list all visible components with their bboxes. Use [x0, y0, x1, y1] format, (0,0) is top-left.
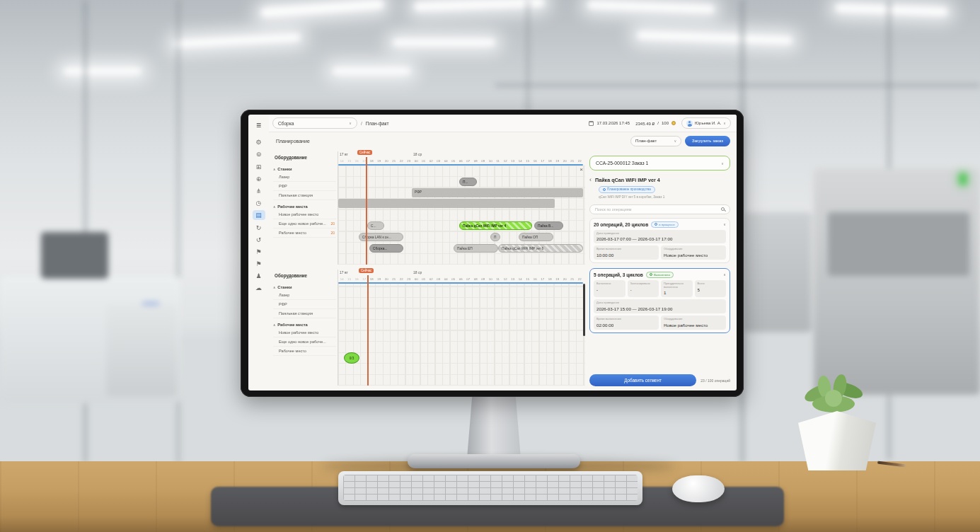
stat-field: Выполнено- [594, 280, 626, 297]
tree-item[interactable]: Паяльная станция [273, 191, 336, 200]
field-label: Время выполнения [596, 318, 656, 321]
day-label: 17 вт [340, 152, 348, 156]
vertical-scrollbar[interactable] [583, 284, 585, 336]
hierarchy-icon[interactable]: ⋔ [253, 186, 265, 196]
stat-field: Принудительно выполнено1 [661, 280, 693, 297]
gantt-bar[interactable]: РФР [412, 188, 583, 197]
operations-counter: 23 / 100 операций [701, 378, 730, 383]
gantt-bar[interactable]: Сборка... [369, 244, 403, 253]
avatar [686, 120, 693, 127]
hour-tick: 10 [487, 276, 495, 282]
cloud-icon[interactable]: ☁ [253, 283, 265, 293]
tree-item[interactable]: РФР [273, 300, 336, 309]
app-main: Сборка ∨ / План-факт 17.03.2026 17:45 23… [269, 115, 737, 391]
order-select-value: ССА-25-000012 Заказ 1 [596, 161, 648, 166]
segment-card[interactable]: 5 операций, 3 цикловВыполнено∧Выполнено-… [589, 268, 730, 333]
history-icon[interactable]: ↻ [253, 223, 265, 233]
tree-item[interactable]: Рабочее место20 [273, 229, 336, 238]
plan-document-icon[interactable]: ▤ [253, 210, 265, 220]
tree-item[interactable]: Новое рабочее место [273, 210, 336, 219]
chevron-up-icon[interactable]: ∧ [723, 272, 726, 277]
tree-group-machines[interactable]: ∧Станки [273, 285, 336, 289]
hour-tick: 17 [539, 158, 547, 164]
add-segment-button[interactable]: Добавить сегмент [589, 374, 696, 386]
tree-group-machines[interactable]: ∧Станки [273, 167, 336, 171]
tree-item[interactable]: Лазер [273, 291, 336, 300]
gantt-bar[interactable]: Пайка ОП [519, 233, 553, 241]
user-menu[interactable]: Юрьева И. А. ∨ [681, 117, 731, 129]
subbar-right: План-факт ∨ Загрузить заказ [630, 136, 730, 146]
back-icon[interactable]: ‹ [589, 177, 592, 183]
badge-icon [655, 223, 657, 226]
gantt-chart-top: 17 вт18 ср141516171819202122230001020304… [338, 151, 585, 265]
tree-item[interactable]: Еще одно новое рабоче...20 [273, 219, 336, 229]
report-alt-icon[interactable]: ⚑ [253, 259, 265, 269]
search-input[interactable] [595, 207, 721, 212]
user-icon[interactable]: ♟ [253, 271, 265, 281]
hour-tick: 21 [569, 158, 577, 164]
gantt-bar[interactable]: П [490, 233, 500, 241]
tree-item[interactable]: РФР [273, 182, 336, 191]
tree-group-workplaces[interactable]: ∧Рабочие места [273, 204, 336, 209]
hour-tick: 12 [502, 276, 509, 282]
keyboard [338, 471, 642, 505]
hour-tick: 20 [561, 158, 569, 164]
gantt-bar[interactable] [338, 199, 555, 208]
badge-icon [650, 273, 652, 276]
menu-icon[interactable]: ≡ [253, 120, 265, 130]
hour-tick: 15 [346, 158, 354, 164]
hour-tick: 21 [391, 158, 398, 164]
gantt-bar[interactable]: Пайка qCan WiFi IMP ver 4 [459, 221, 532, 230]
gantt-bar[interactable]: С... [367, 221, 384, 230]
hour-tick: 03 [435, 276, 443, 282]
tree-item[interactable]: Еще одно новое рабоче... [273, 337, 336, 347]
tree-item-label: Рабочее место [279, 349, 306, 353]
ceiling-light [260, 0, 385, 18]
gantt-bar[interactable]: Пайка ЕП [454, 244, 498, 253]
chevron-down-icon: ∨ [349, 121, 352, 125]
gantt-block-fact: Оборудование∧СтанкиЛазерРФРПаяльная стан… [272, 270, 585, 386]
tree-group-label: Станки [277, 285, 292, 289]
tree-item-label: Новое рабочее место [279, 330, 318, 335]
hour-tick: 09 [480, 158, 488, 164]
gantt-bar[interactable]: П... [459, 178, 477, 186]
content: Оборудование∧СтанкиЛазерРФРПаяльная стан… [269, 149, 737, 391]
production-icon[interactable]: ⊚ [253, 149, 265, 159]
tree-item[interactable]: Новое рабочее место [273, 328, 336, 337]
undo-history-icon[interactable]: ↺ [253, 235, 265, 245]
load-order-button[interactable]: Загрузить заказ [685, 136, 730, 146]
clock-icon[interactable]: ◷ [253, 198, 265, 208]
tree-item[interactable]: Паяльная станция [273, 309, 336, 318]
chevron-down-icon[interactable]: ∨ [723, 222, 726, 226]
balance-separator: / [657, 121, 659, 125]
order-select[interactable]: ССА-25-000012 Заказ 1 ∨ [589, 156, 730, 170]
chevron-down-icon: ∨ [723, 121, 726, 125]
gantt-bar[interactable]: 0/3 [344, 352, 359, 364]
close-icon[interactable]: × [580, 167, 583, 173]
gantt-bar[interactable]: Пайка В... [534, 221, 563, 230]
hour-tick: 06 [457, 158, 465, 164]
search-box [589, 204, 730, 214]
tree-item[interactable]: Рабочее место [273, 347, 336, 356]
view-mode-select[interactable]: План-факт ∨ [630, 136, 681, 146]
subbar: Планирование План-факт ∨ Загрузить заказ [269, 132, 737, 149]
monitor-stand-base [408, 454, 580, 468]
tree-group-workplaces[interactable]: ∧Рабочие места [273, 323, 336, 327]
hour-tick: 15 [524, 158, 532, 164]
tree-group-label: Рабочие места [277, 204, 307, 209]
hour-tick: 20 [383, 276, 391, 282]
report-icon[interactable]: ⚑ [253, 247, 265, 257]
gantt-bar[interactable]: Пайка qCan WiFi IMP ver 6 [498, 244, 583, 253]
network-icon[interactable]: ⊕ [253, 174, 265, 184]
hour-tick: 16 [531, 276, 539, 282]
field-value: 1 [664, 290, 690, 295]
monitor: ≡⚙⊚⊞⊕⋔◷▤↻↺⚑⚑♟☁ Сборка ∨ / План-факт 17.0… [241, 110, 744, 397]
settings-icon[interactable]: ⚙ [253, 137, 265, 147]
add-module-icon[interactable]: ⊞ [253, 162, 265, 172]
hour-tick: 21 [391, 276, 398, 282]
tree-item[interactable]: Лазер [273, 173, 336, 182]
succulent-plant [794, 371, 879, 470]
segment-card[interactable]: 20 операций, 20 цикловв процессе∨Даты пр… [589, 218, 730, 263]
project-select[interactable]: Сборка ∨ [272, 117, 357, 129]
hour-tick: 10 [487, 158, 495, 164]
